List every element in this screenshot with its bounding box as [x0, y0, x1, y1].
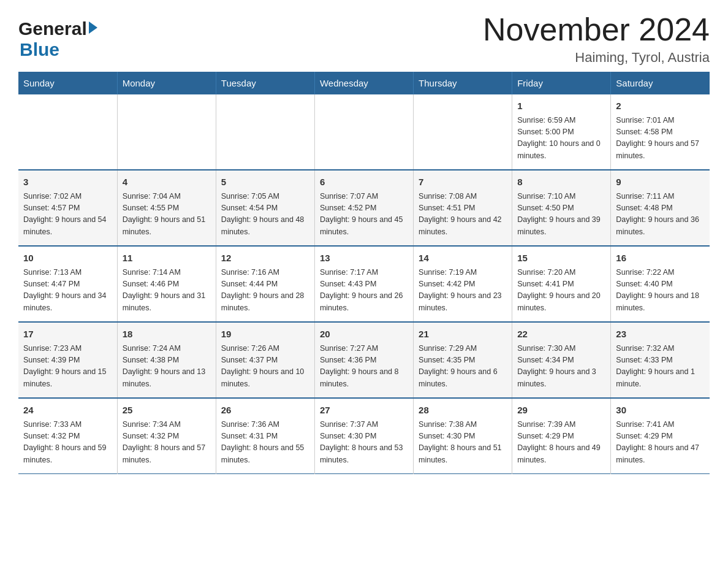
- day-number: 8: [517, 175, 605, 190]
- day-info: Sunrise: 7:10 AM Sunset: 4:50 PM Dayligh…: [517, 191, 605, 239]
- calendar-cell: 30Sunrise: 7:41 AM Sunset: 4:29 PM Dayli…: [611, 398, 710, 474]
- day-info: Sunrise: 7:11 AM Sunset: 4:48 PM Dayligh…: [616, 191, 705, 239]
- day-number: 2: [616, 99, 705, 113]
- calendar-cell: [117, 94, 216, 170]
- day-number: 11: [123, 251, 211, 266]
- calendar-cell: 28Sunrise: 7:38 AM Sunset: 4:30 PM Dayli…: [414, 398, 512, 474]
- calendar-location: Haiming, Tyrol, Austria: [483, 50, 710, 66]
- day-number: 3: [23, 175, 112, 190]
- calendar-cell: 18Sunrise: 7:24 AM Sunset: 4:38 PM Dayli…: [117, 322, 216, 398]
- day-number: 24: [23, 404, 112, 418]
- logo: General Blue: [18, 12, 97, 60]
- calendar-table: SundayMondayTuesdayWednesdayThursdayFrid…: [18, 72, 710, 474]
- day-number: 30: [616, 404, 705, 418]
- day-info: Sunrise: 7:34 AM Sunset: 4:32 PM Dayligh…: [123, 419, 211, 467]
- calendar-cell: 27Sunrise: 7:37 AM Sunset: 4:30 PM Dayli…: [314, 398, 413, 474]
- calendar-cell: [18, 94, 117, 170]
- calendar-cell: 16Sunrise: 7:22 AM Sunset: 4:40 PM Dayli…: [611, 246, 710, 322]
- calendar-week-2: 3Sunrise: 7:02 AM Sunset: 4:57 PM Daylig…: [18, 170, 710, 246]
- logo-blue-text: Blue: [20, 39, 59, 59]
- day-info: Sunrise: 7:17 AM Sunset: 4:43 PM Dayligh…: [320, 267, 408, 315]
- weekday-header-monday: Monday: [117, 72, 216, 94]
- weekday-header-tuesday: Tuesday: [216, 72, 314, 94]
- day-number: 19: [221, 327, 309, 342]
- day-number: 10: [23, 251, 112, 266]
- day-info: Sunrise: 7:30 AM Sunset: 4:34 PM Dayligh…: [517, 343, 605, 391]
- day-number: 17: [23, 327, 112, 342]
- day-number: 1: [517, 99, 605, 113]
- weekday-header-friday: Friday: [512, 72, 611, 94]
- day-info: Sunrise: 7:23 AM Sunset: 4:39 PM Dayligh…: [23, 343, 112, 391]
- day-info: Sunrise: 7:36 AM Sunset: 4:31 PM Dayligh…: [221, 419, 309, 467]
- calendar-cell: 8Sunrise: 7:10 AM Sunset: 4:50 PM Daylig…: [512, 170, 611, 246]
- day-info: Sunrise: 7:01 AM Sunset: 4:58 PM Dayligh…: [616, 115, 705, 163]
- day-number: 25: [123, 404, 211, 418]
- day-number: 12: [221, 251, 309, 266]
- day-number: 6: [320, 175, 408, 190]
- calendar-cell: 11Sunrise: 7:14 AM Sunset: 4:46 PM Dayli…: [117, 246, 216, 322]
- calendar-cell: [414, 94, 512, 170]
- day-info: Sunrise: 7:13 AM Sunset: 4:47 PM Dayligh…: [23, 267, 112, 315]
- day-info: Sunrise: 7:33 AM Sunset: 4:32 PM Dayligh…: [23, 419, 112, 467]
- day-number: 23: [616, 327, 705, 342]
- day-number: 29: [517, 404, 605, 418]
- logo-arrow-icon: [89, 21, 97, 34]
- calendar-cell: 4Sunrise: 7:04 AM Sunset: 4:55 PM Daylig…: [117, 170, 216, 246]
- day-info: Sunrise: 7:41 AM Sunset: 4:29 PM Dayligh…: [616, 419, 705, 467]
- calendar-cell: 14Sunrise: 7:19 AM Sunset: 4:42 PM Dayli…: [414, 246, 512, 322]
- calendar-body: 1Sunrise: 6:59 AM Sunset: 5:00 PM Daylig…: [18, 94, 710, 474]
- day-info: Sunrise: 7:37 AM Sunset: 4:30 PM Dayligh…: [320, 419, 408, 467]
- day-info: Sunrise: 7:14 AM Sunset: 4:46 PM Dayligh…: [123, 267, 211, 315]
- calendar-week-3: 10Sunrise: 7:13 AM Sunset: 4:47 PM Dayli…: [18, 246, 710, 322]
- day-number: 27: [320, 404, 408, 418]
- page-header: General Blue November 2024 Haiming, Tyro…: [18, 12, 710, 66]
- calendar-cell: 2Sunrise: 7:01 AM Sunset: 4:58 PM Daylig…: [611, 94, 710, 170]
- weekday-header-thursday: Thursday: [414, 72, 512, 94]
- calendar-week-1: 1Sunrise: 6:59 AM Sunset: 5:00 PM Daylig…: [18, 94, 710, 170]
- day-number: 26: [221, 404, 309, 418]
- logo-general-text: General: [18, 18, 87, 39]
- day-info: Sunrise: 6:59 AM Sunset: 5:00 PM Dayligh…: [517, 115, 605, 163]
- day-number: 15: [517, 251, 605, 266]
- day-info: Sunrise: 7:32 AM Sunset: 4:33 PM Dayligh…: [616, 343, 705, 391]
- calendar-cell: 20Sunrise: 7:27 AM Sunset: 4:36 PM Dayli…: [314, 322, 413, 398]
- day-info: Sunrise: 7:16 AM Sunset: 4:44 PM Dayligh…: [221, 267, 309, 315]
- calendar-cell: 1Sunrise: 6:59 AM Sunset: 5:00 PM Daylig…: [512, 94, 611, 170]
- day-info: Sunrise: 7:29 AM Sunset: 4:35 PM Dayligh…: [419, 343, 507, 391]
- day-info: Sunrise: 7:04 AM Sunset: 4:55 PM Dayligh…: [123, 191, 211, 239]
- calendar-cell: 25Sunrise: 7:34 AM Sunset: 4:32 PM Dayli…: [117, 398, 216, 474]
- calendar-cell: 10Sunrise: 7:13 AM Sunset: 4:47 PM Dayli…: [18, 246, 117, 322]
- day-info: Sunrise: 7:39 AM Sunset: 4:29 PM Dayligh…: [517, 419, 605, 467]
- weekday-header-wednesday: Wednesday: [314, 72, 413, 94]
- day-info: Sunrise: 7:22 AM Sunset: 4:40 PM Dayligh…: [616, 267, 705, 315]
- calendar-cell: 13Sunrise: 7:17 AM Sunset: 4:43 PM Dayli…: [314, 246, 413, 322]
- calendar-cell: 12Sunrise: 7:16 AM Sunset: 4:44 PM Dayli…: [216, 246, 314, 322]
- weekday-header-saturday: Saturday: [611, 72, 710, 94]
- day-info: Sunrise: 7:26 AM Sunset: 4:37 PM Dayligh…: [221, 343, 309, 391]
- day-number: 16: [616, 251, 705, 266]
- calendar-cell: 17Sunrise: 7:23 AM Sunset: 4:39 PM Dayli…: [18, 322, 117, 398]
- day-number: 5: [221, 175, 309, 190]
- calendar-cell: 26Sunrise: 7:36 AM Sunset: 4:31 PM Dayli…: [216, 398, 314, 474]
- calendar-cell: 24Sunrise: 7:33 AM Sunset: 4:32 PM Dayli…: [18, 398, 117, 474]
- day-info: Sunrise: 7:07 AM Sunset: 4:52 PM Dayligh…: [320, 191, 408, 239]
- weekday-header-sunday: Sunday: [18, 72, 117, 94]
- day-info: Sunrise: 7:27 AM Sunset: 4:36 PM Dayligh…: [320, 343, 408, 391]
- calendar-week-4: 17Sunrise: 7:23 AM Sunset: 4:39 PM Dayli…: [18, 322, 710, 398]
- day-info: Sunrise: 7:08 AM Sunset: 4:51 PM Dayligh…: [419, 191, 507, 239]
- day-number: 18: [123, 327, 211, 342]
- calendar-header: SundayMondayTuesdayWednesdayThursdayFrid…: [18, 72, 710, 94]
- day-number: 21: [419, 327, 507, 342]
- day-number: 20: [320, 327, 408, 342]
- day-info: Sunrise: 7:02 AM Sunset: 4:57 PM Dayligh…: [23, 191, 112, 239]
- weekday-header-row: SundayMondayTuesdayWednesdayThursdayFrid…: [18, 72, 710, 94]
- calendar-cell: 9Sunrise: 7:11 AM Sunset: 4:48 PM Daylig…: [611, 170, 710, 246]
- day-number: 22: [517, 327, 605, 342]
- day-number: 13: [320, 251, 408, 266]
- calendar-title: November 2024: [483, 12, 710, 47]
- calendar-cell: 15Sunrise: 7:20 AM Sunset: 4:41 PM Dayli…: [512, 246, 611, 322]
- calendar-cell: [314, 94, 413, 170]
- calendar-cell: 21Sunrise: 7:29 AM Sunset: 4:35 PM Dayli…: [414, 322, 512, 398]
- calendar-cell: 29Sunrise: 7:39 AM Sunset: 4:29 PM Dayli…: [512, 398, 611, 474]
- day-number: 4: [123, 175, 211, 190]
